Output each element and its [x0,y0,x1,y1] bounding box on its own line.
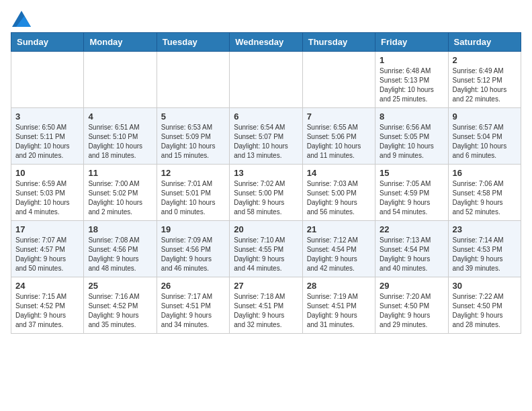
day-info: Sunrise: 7:12 AM Sunset: 4:54 PM Dayligh… [307,236,371,273]
calendar-cell: 19Sunrise: 7:09 AM Sunset: 4:56 PM Dayli… [157,221,229,277]
calendar-week-row: 3Sunrise: 6:50 AM Sunset: 5:11 PM Daylig… [11,108,521,165]
weekday-header-wednesday: Wednesday [230,33,302,52]
page-header [11,11,521,24]
day-number: 23 [453,224,517,234]
weekday-header-saturday: Saturday [448,33,521,52]
day-info: Sunrise: 7:07 AM Sunset: 4:57 PM Dayligh… [15,236,79,273]
day-info: Sunrise: 7:10 AM Sunset: 4:55 PM Dayligh… [234,236,298,273]
day-number: 11 [88,168,152,178]
day-number: 2 [453,55,517,65]
calendar-cell [230,52,302,108]
calendar-cell: 14Sunrise: 7:03 AM Sunset: 5:00 PM Dayli… [302,165,375,221]
day-info: Sunrise: 7:14 AM Sunset: 4:53 PM Dayligh… [453,236,517,273]
weekday-header-monday: Monday [84,33,157,52]
day-number: 14 [307,168,371,178]
day-number: 16 [453,168,517,178]
day-number: 28 [307,281,371,291]
calendar-cell [84,52,157,108]
day-info: Sunrise: 7:22 AM Sunset: 4:50 PM Dayligh… [453,292,517,330]
day-info: Sunrise: 6:56 AM Sunset: 5:05 PM Dayligh… [380,123,443,161]
weekday-header-thursday: Thursday [302,33,375,52]
calendar-cell [157,52,229,108]
calendar-cell: 12Sunrise: 7:01 AM Sunset: 5:01 PM Dayli… [157,165,229,221]
day-info: Sunrise: 7:17 AM Sunset: 4:51 PM Dayligh… [161,292,225,330]
day-info: Sunrise: 7:09 AM Sunset: 4:56 PM Dayligh… [161,236,225,273]
day-info: Sunrise: 6:53 AM Sunset: 5:09 PM Dayligh… [161,123,225,161]
day-number: 7 [307,111,371,122]
calendar-week-row: 24Sunrise: 7:15 AM Sunset: 4:52 PM Dayli… [11,277,521,334]
day-info: Sunrise: 6:48 AM Sunset: 5:13 PM Dayligh… [380,66,443,104]
day-number: 29 [380,281,443,291]
calendar-cell: 28Sunrise: 7:19 AM Sunset: 4:51 PM Dayli… [302,277,375,334]
day-info: Sunrise: 6:54 AM Sunset: 5:07 PM Dayligh… [234,123,298,161]
day-number: 5 [161,111,225,122]
day-number: 3 [15,111,79,122]
calendar-cell: 9Sunrise: 6:57 AM Sunset: 5:04 PM Daylig… [448,108,521,165]
day-number: 27 [234,281,298,291]
calendar-cell: 11Sunrise: 7:00 AM Sunset: 5:02 PM Dayli… [84,165,157,221]
calendar-cell: 17Sunrise: 7:07 AM Sunset: 4:57 PM Dayli… [11,221,84,277]
day-info: Sunrise: 7:00 AM Sunset: 5:02 PM Dayligh… [88,179,152,217]
day-info: Sunrise: 7:03 AM Sunset: 5:00 PM Dayligh… [307,179,371,217]
calendar-cell: 23Sunrise: 7:14 AM Sunset: 4:53 PM Dayli… [448,221,521,277]
calendar-cell: 30Sunrise: 7:22 AM Sunset: 4:50 PM Dayli… [448,277,521,334]
weekday-header-sunday: Sunday [11,33,84,52]
calendar-cell [302,52,375,108]
day-number: 1 [380,55,443,65]
calendar-cell: 24Sunrise: 7:15 AM Sunset: 4:52 PM Dayli… [11,277,84,334]
day-info: Sunrise: 7:08 AM Sunset: 4:56 PM Dayligh… [88,236,152,273]
day-info: Sunrise: 6:51 AM Sunset: 5:10 PM Dayligh… [88,123,152,161]
calendar-cell: 18Sunrise: 7:08 AM Sunset: 4:56 PM Dayli… [84,221,157,277]
calendar-cell: 16Sunrise: 7:06 AM Sunset: 4:58 PM Dayli… [448,165,521,221]
weekday-header-friday: Friday [375,33,448,52]
day-number: 12 [161,168,225,178]
calendar-week-row: 1Sunrise: 6:48 AM Sunset: 5:13 PM Daylig… [11,52,521,108]
calendar-cell: 2Sunrise: 6:49 AM Sunset: 5:12 PM Daylig… [448,52,521,108]
day-number: 10 [15,168,79,178]
day-number: 26 [161,281,225,291]
day-info: Sunrise: 7:20 AM Sunset: 4:50 PM Dayligh… [380,292,443,330]
calendar-cell: 25Sunrise: 7:16 AM Sunset: 4:52 PM Dayli… [84,277,157,334]
calendar-cell: 15Sunrise: 7:05 AM Sunset: 4:59 PM Dayli… [375,165,448,221]
day-info: Sunrise: 6:57 AM Sunset: 5:04 PM Dayligh… [453,123,517,161]
day-info: Sunrise: 6:59 AM Sunset: 5:03 PM Dayligh… [15,179,79,217]
day-info: Sunrise: 7:06 AM Sunset: 4:58 PM Dayligh… [453,179,517,217]
calendar-cell: 4Sunrise: 6:51 AM Sunset: 5:10 PM Daylig… [84,108,157,165]
day-number: 4 [88,111,152,122]
day-number: 25 [88,281,152,291]
calendar-cell: 6Sunrise: 6:54 AM Sunset: 5:07 PM Daylig… [230,108,302,165]
calendar-cell: 21Sunrise: 7:12 AM Sunset: 4:54 PM Dayli… [302,221,375,277]
day-number: 30 [453,281,517,291]
day-number: 18 [88,224,152,234]
day-number: 20 [234,224,298,234]
calendar-cell: 20Sunrise: 7:10 AM Sunset: 4:55 PM Dayli… [230,221,302,277]
day-info: Sunrise: 7:16 AM Sunset: 4:52 PM Dayligh… [88,292,152,330]
calendar-table: SundayMondayTuesdayWednesdayThursdayFrid… [11,32,521,334]
calendar-cell [11,52,84,108]
day-number: 22 [380,224,443,234]
day-number: 8 [380,111,443,122]
day-number: 15 [380,168,443,178]
calendar-cell: 10Sunrise: 6:59 AM Sunset: 5:03 PM Dayli… [11,165,84,221]
weekday-header-tuesday: Tuesday [157,33,229,52]
day-info: Sunrise: 7:19 AM Sunset: 4:51 PM Dayligh… [307,292,371,330]
logo [11,11,31,24]
day-number: 6 [234,111,298,122]
calendar-cell: 7Sunrise: 6:55 AM Sunset: 5:06 PM Daylig… [302,108,375,165]
weekday-header-row: SundayMondayTuesdayWednesdayThursdayFrid… [11,33,521,52]
day-number: 9 [453,111,517,122]
day-info: Sunrise: 7:15 AM Sunset: 4:52 PM Dayligh… [15,292,79,330]
day-info: Sunrise: 6:55 AM Sunset: 5:06 PM Dayligh… [307,123,371,161]
calendar-cell: 22Sunrise: 7:13 AM Sunset: 4:54 PM Dayli… [375,221,448,277]
calendar-cell: 27Sunrise: 7:18 AM Sunset: 4:51 PM Dayli… [230,277,302,334]
day-number: 21 [307,224,371,234]
day-number: 13 [234,168,298,178]
day-info: Sunrise: 6:50 AM Sunset: 5:11 PM Dayligh… [15,123,79,161]
calendar-cell: 1Sunrise: 6:48 AM Sunset: 5:13 PM Daylig… [375,52,448,108]
logo-icon [12,11,31,27]
day-info: Sunrise: 6:49 AM Sunset: 5:12 PM Dayligh… [453,66,517,104]
calendar-cell: 26Sunrise: 7:17 AM Sunset: 4:51 PM Dayli… [157,277,229,334]
day-info: Sunrise: 7:13 AM Sunset: 4:54 PM Dayligh… [380,236,443,273]
day-number: 19 [161,224,225,234]
day-number: 24 [15,281,79,291]
